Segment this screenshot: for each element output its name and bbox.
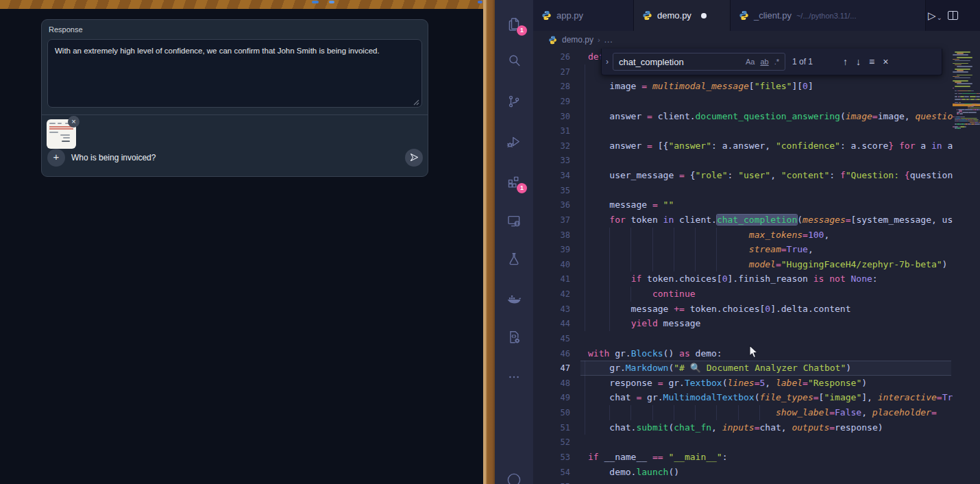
more-icon <box>506 369 522 385</box>
desktop-gap <box>483 0 495 484</box>
send-button[interactable] <box>405 149 423 167</box>
run-options-chevron-icon[interactable]: ⌄ <box>937 14 942 21</box>
response-textarea[interactable] <box>47 39 422 108</box>
code-line-31[interactable]: 31 <box>533 123 953 138</box>
code-line-30[interactable]: 30 answer = client.document_question_ans… <box>533 109 953 124</box>
next-match-button[interactable]: ↓ <box>856 56 861 67</box>
code-line-46[interactable]: 46with gr.Blocks() as demo: <box>533 346 953 361</box>
code-editor[interactable]: 26def2728 image = multimodal_message["fi… <box>533 49 953 484</box>
minimap-line <box>957 75 972 76</box>
chat-input-text[interactable]: Who is being invoiced? <box>71 153 156 162</box>
find-match-highlight: chat_completion <box>717 215 797 225</box>
code-line-52[interactable]: 52 <box>533 435 953 450</box>
code-line-29[interactable]: 29 <box>533 94 953 109</box>
code-line-47[interactable]: 47 gr.Markdown("# 🔍 Document Analyzer Ch… <box>533 361 953 376</box>
toggle-replace-chevron-icon[interactable]: › <box>602 49 613 75</box>
activity-snippets[interactable] <box>506 329 522 346</box>
minimap-line <box>960 128 961 129</box>
remove-attachment-button[interactable]: × <box>68 116 79 128</box>
code-line-55[interactable]: 55 <box>533 479 953 484</box>
badge: 1 <box>517 25 527 36</box>
resize-handle-icon[interactable] <box>412 98 419 106</box>
code-line-45[interactable]: 45 <box>533 331 953 346</box>
minimap[interactable] <box>953 49 980 484</box>
line-number: 36 <box>533 197 570 213</box>
previous-match-button[interactable]: ↑ <box>843 56 848 67</box>
minimap-line <box>957 83 972 84</box>
line-number: 53 <box>533 450 570 465</box>
activity-account[interactable] <box>506 472 522 484</box>
find-in-selection-button[interactable]: ≡ <box>869 56 874 67</box>
python-file-icon <box>541 10 552 21</box>
code-line-35[interactable]: 35 <box>533 183 953 198</box>
activity-explorer[interactable]: 1 <box>506 16 522 32</box>
find-input-box: Aa ab .* <box>613 53 785 71</box>
code-line-33[interactable]: 33 <box>533 153 953 168</box>
add-file-button[interactable]: + <box>47 149 65 167</box>
code-text: continue <box>588 287 696 302</box>
code-line-50[interactable]: 50 show_label=False, placeholder= <box>533 405 953 420</box>
activity-more[interactable] <box>506 369 522 385</box>
close-find-button[interactable]: × <box>883 56 888 67</box>
minimap-line <box>973 119 978 121</box>
docker-icon <box>506 291 522 307</box>
whole-word-toggle[interactable]: ab <box>760 58 768 66</box>
line-number: 37 <box>533 213 570 228</box>
line-number: 33 <box>533 153 570 168</box>
code-line-37[interactable]: 37 for token in client.chat_completion(m… <box>533 213 953 228</box>
code-line-43[interactable]: 43 message += token.choices[0].delta.con… <box>533 302 953 317</box>
gradio-form-group: Response × + Who is being invoiced? <box>41 19 428 177</box>
code-line-39[interactable]: 39 stream=True, <box>533 242 953 257</box>
account-icon <box>506 472 522 484</box>
activity-run-debug[interactable] <box>506 134 522 150</box>
breadcrumb-file[interactable]: demo.py <box>562 35 593 45</box>
code-line-36[interactable]: 36 message = "" <box>533 197 953 213</box>
activity-testing[interactable] <box>506 251 522 267</box>
activity-docker[interactable] <box>506 291 522 307</box>
snippets-icon <box>506 329 522 346</box>
line-number: 34 <box>533 168 570 183</box>
minimap-line <box>970 96 976 97</box>
minimap-line <box>965 126 966 128</box>
tab-app.py[interactable]: app.py <box>533 0 634 31</box>
tab-bar: app.pydemo.py_client.py~/.../python3.11/… <box>533 0 980 31</box>
code-line-32[interactable]: 32 answer = [{"answer": a.answer, "confi… <box>533 138 953 154</box>
find-input[interactable] <box>613 57 746 67</box>
breadcrumb[interactable]: demo.py › ... <box>533 31 953 49</box>
line-number: 39 <box>533 242 570 257</box>
code-line-53[interactable]: 53if __name__ == "__main__": <box>533 450 953 465</box>
match-case-toggle[interactable]: Aa <box>746 58 755 66</box>
code-line-42[interactable]: 42 continue <box>533 287 953 302</box>
minimap-line <box>968 123 971 125</box>
split-editor-icon[interactable] <box>948 11 958 20</box>
minimap-line <box>956 118 960 119</box>
activity-source-control[interactable] <box>506 93 522 110</box>
activity-remote-explorer[interactable] <box>506 213 522 229</box>
code-line-44[interactable]: 44 yield message <box>533 316 953 331</box>
activity-extensions[interactable]: 1 <box>506 173 522 190</box>
code-line-28[interactable]: 28 image = multimodal_message["files"][0… <box>533 79 953 94</box>
gradio-app-window: Response × + Who is being invoiced? <box>0 0 483 484</box>
code-line-34[interactable]: 34 user_message = {"role": "user", "cont… <box>533 168 953 183</box>
code-text: model="HuggingFaceH4/zephyr-7b-beta") <box>588 257 947 272</box>
minimap-line <box>969 112 977 113</box>
code-line-48[interactable]: 48 response = gr.Textbox(lines=5, label=… <box>533 376 953 391</box>
search-icon <box>506 52 522 69</box>
breadcrumb-more[interactable]: ... <box>604 35 613 45</box>
vscode-window: 11 app.pydemo.py_client.py~/.../python3.… <box>495 0 980 484</box>
code-line-38[interactable]: 38 max_tokens=100, <box>533 228 953 243</box>
code-line-49[interactable]: 49 chat = gr.MultimodalTextbox(file_type… <box>533 390 953 405</box>
tab-demo.py[interactable]: demo.py <box>634 0 731 31</box>
code-line-54[interactable]: 54 demo.launch() <box>533 465 953 480</box>
code-text: response = gr.Textbox(lines=5, label="Re… <box>588 376 867 391</box>
activity-search[interactable] <box>506 52 522 69</box>
minimap-line <box>968 105 972 106</box>
code-line-41[interactable]: 41 if token.choices[0].finish_reason is … <box>533 271 953 287</box>
code-line-40[interactable]: 40 model="HuggingFaceH4/zephyr-7b-beta") <box>533 257 953 272</box>
regex-toggle[interactable]: .* <box>774 58 779 66</box>
tab-_client.py[interactable]: _client.py~/.../python3.11/... <box>731 0 926 31</box>
code-line-51[interactable]: 51 chat.submit(chat_fn, inputs=chat, out… <box>533 420 953 435</box>
minimap-line <box>957 113 959 114</box>
line-number: 40 <box>533 257 570 272</box>
run-python-file-button[interactable]: ▷ <box>928 10 936 22</box>
